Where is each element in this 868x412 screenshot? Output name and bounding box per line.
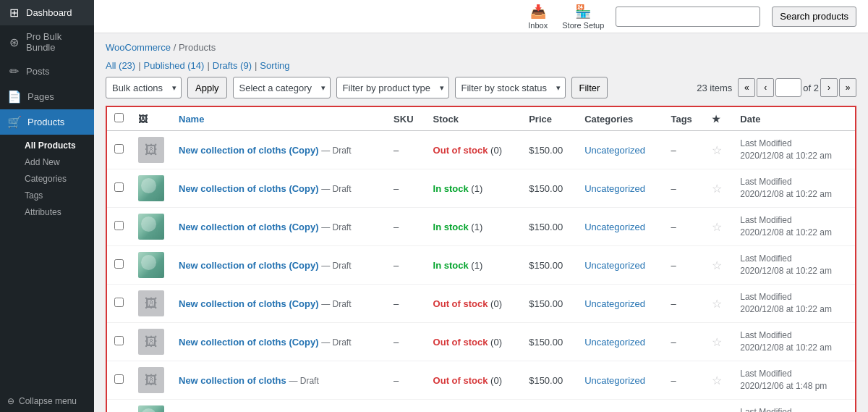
row-sku-cell: –: [386, 400, 426, 413]
sidebar-item-posts[interactable]: ✏ Posts: [0, 59, 94, 84]
product-stock-label: Out of stock: [433, 145, 488, 156]
product-name-link[interactable]: New collection of cloths (Copy): [179, 298, 319, 309]
sidebar-item-products[interactable]: 🛒 Products: [0, 109, 94, 135]
product-tags: –: [671, 337, 676, 348]
product-name-link[interactable]: New collection of cloths: [179, 375, 286, 386]
row-checkbox[interactable]: [114, 182, 124, 192]
row-category-cell: Uncategorized: [577, 169, 663, 208]
product-status: — Draft: [289, 376, 318, 386]
first-page-button[interactable]: «: [738, 78, 755, 97]
product-price: $150.00: [529, 260, 563, 271]
row-price-cell: $150.00: [522, 323, 577, 361]
table-row: New collection of cloths (Copy) — Draft …: [107, 246, 855, 285]
last-page-button[interactable]: »: [839, 78, 856, 97]
row-checkbox[interactable]: [114, 259, 124, 269]
table-row: 🖼 New collection of cloths (Copy) — Draf…: [107, 323, 855, 361]
inbox-label: Inbox: [528, 21, 548, 30]
product-name-link[interactable]: New collection of cloths (Copy): [179, 337, 319, 348]
row-stock-cell: In stock (1): [426, 169, 522, 208]
product-type-filter-select[interactable]: Filter by product type: [336, 77, 449, 98]
product-category-link[interactable]: Uncategorized: [584, 298, 645, 309]
stock-status-filter-select[interactable]: Filter by stock status: [455, 77, 566, 98]
sidebar-sub-item-all-products[interactable]: All Products: [20, 138, 94, 154]
page-input[interactable]: 1: [775, 78, 801, 97]
breadcrumb-woocommerce[interactable]: WooCommerce: [106, 42, 171, 53]
product-date: 2020/12/08 at 10:22 am: [740, 227, 832, 237]
featured-star-icon[interactable]: ☆: [712, 374, 722, 387]
table-row: 🖼 New collection of cloths — Draft – Out…: [107, 361, 855, 400]
header-name[interactable]: Name: [171, 107, 386, 131]
filter-tab-drafts[interactable]: Drafts (9): [213, 60, 252, 71]
featured-star-icon[interactable]: ☆: [712, 144, 722, 156]
page-navigation: « ‹ 1 of 2 › »: [738, 78, 856, 97]
row-checkbox-cell: [107, 400, 131, 413]
row-sku-cell: –: [386, 246, 426, 285]
product-name-link[interactable]: New collection of cloths (Copy): [179, 183, 319, 194]
sidebar-item-pages[interactable]: 📄 Pages: [0, 84, 94, 109]
row-image-cell: 🖼: [131, 285, 171, 323]
row-image-cell: [131, 169, 171, 208]
product-tags: –: [671, 375, 676, 386]
product-category-link[interactable]: Uncategorized: [584, 222, 645, 232]
row-checkbox-cell: [107, 208, 131, 246]
row-sku-cell: –: [386, 285, 426, 323]
table-row: New collection of cloths (Copy) — Draft …: [107, 208, 855, 246]
product-stock-count: (0): [490, 298, 502, 309]
store-setup-button[interactable]: 🏪 Store Setup: [562, 4, 604, 30]
image-header-icon: 🖼: [138, 114, 148, 125]
product-category-link[interactable]: Uncategorized: [584, 260, 645, 271]
store-setup-label: Store Setup: [562, 21, 604, 30]
row-tags-cell: –: [663, 208, 705, 246]
header-price: Price: [522, 107, 577, 131]
search-products-input[interactable]: [616, 7, 760, 27]
table-header-row: 🖼 Name SKU Stock Price Categories Tags ★…: [107, 107, 855, 131]
product-category-link[interactable]: Uncategorized: [584, 183, 645, 194]
product-date-label: Last Modified: [740, 138, 791, 148]
row-checkbox[interactable]: [114, 144, 124, 154]
row-tags-cell: –: [663, 400, 705, 413]
sidebar-sub-item-categories[interactable]: Categories: [20, 171, 94, 187]
bulk-actions-select[interactable]: Bulk actions: [106, 77, 182, 98]
featured-star-icon[interactable]: ☆: [712, 298, 722, 310]
sidebar-item-dashboard[interactable]: ⊞ Dashboard: [0, 0, 94, 25]
row-checkbox[interactable]: [114, 336, 124, 345]
row-name-cell: New collection of cloths (Copy) — Draft: [171, 246, 386, 285]
select-all-checkbox[interactable]: [114, 113, 124, 122]
table-row: 🖼 New collection of cloths (Copy) — Draf…: [107, 285, 855, 323]
product-thumb: 🖼: [138, 290, 164, 316]
product-category-link[interactable]: Uncategorized: [584, 337, 645, 348]
sidebar-sub-item-tags[interactable]: Tags: [20, 188, 94, 203]
featured-star-icon[interactable]: ☆: [712, 259, 722, 272]
product-category-link[interactable]: Uncategorized: [584, 145, 645, 156]
row-checkbox[interactable]: [114, 374, 124, 384]
product-category-link[interactable]: Uncategorized: [584, 375, 645, 386]
collapse-menu-button[interactable]: ⊖ Collapse menu: [0, 390, 94, 412]
product-name-link[interactable]: New collection of cloths (Copy): [179, 222, 319, 232]
product-date: 2020/12/08 at 10:22 am: [740, 151, 832, 161]
product-name-link[interactable]: New collection of cloths (Copy): [179, 260, 319, 271]
filter-tab-sorting[interactable]: Sorting: [260, 60, 289, 71]
row-checkbox[interactable]: [114, 298, 124, 307]
product-price: $150.00: [529, 222, 563, 232]
filter-button[interactable]: Filter: [571, 77, 608, 98]
sidebar-sub-item-attributes[interactable]: Attributes: [20, 204, 94, 220]
product-price: $150.00: [529, 298, 563, 309]
featured-star-icon[interactable]: ☆: [712, 221, 722, 233]
sidebar-sub-item-add-new[interactable]: Add New: [20, 154, 94, 170]
product-tags: –: [671, 260, 676, 271]
search-products-button[interactable]: Search products: [772, 7, 856, 27]
category-filter-select[interactable]: Select a category: [233, 77, 331, 98]
inbox-button[interactable]: 📥 Inbox: [528, 4, 548, 30]
bulk-bundle-icon: ⊛: [7, 35, 20, 49]
prev-page-button[interactable]: ‹: [757, 78, 774, 97]
product-name-link[interactable]: New collection of cloths (Copy): [179, 145, 319, 156]
next-page-button[interactable]: ›: [820, 78, 838, 97]
product-status: — Draft: [321, 299, 351, 309]
featured-star-icon[interactable]: ☆: [712, 182, 722, 195]
sidebar-item-pro-bulk-bundle[interactable]: ⊛ Pro Bulk Bundle: [0, 25, 94, 59]
filter-tab-published[interactable]: Published (14): [144, 60, 205, 71]
filter-tab-all[interactable]: All (23): [106, 60, 135, 71]
apply-button[interactable]: Apply: [187, 77, 227, 98]
featured-star-icon[interactable]: ☆: [712, 336, 722, 348]
row-checkbox[interactable]: [114, 221, 124, 230]
